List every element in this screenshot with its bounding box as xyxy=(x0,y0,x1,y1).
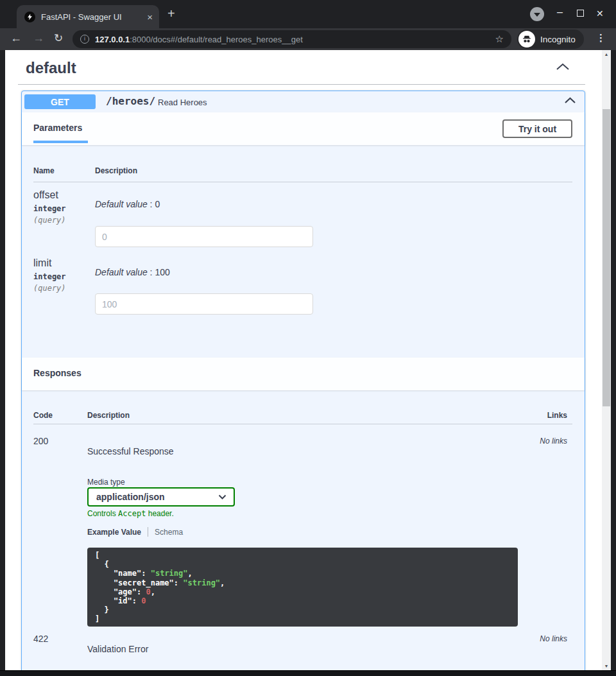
new-tab-button[interactable]: + xyxy=(167,6,175,21)
page-scrollbar[interactable]: ▲ ▼ xyxy=(602,50,611,670)
table-divider xyxy=(33,182,572,182)
swagger-page: default GET /heroes/ Read Heroes Paramet… xyxy=(5,50,602,670)
tab-example-value[interactable]: Example Value xyxy=(87,528,141,537)
media-type-label: Media type xyxy=(87,478,125,487)
tab-close-icon[interactable]: × xyxy=(147,12,153,22)
media-type-value: application/json xyxy=(96,492,165,502)
section-divider xyxy=(18,84,585,85)
forward-button[interactable]: → xyxy=(33,31,44,45)
table-divider xyxy=(33,424,572,424)
param-in: (query) xyxy=(33,284,66,293)
tab-separator xyxy=(148,527,148,537)
accept-note-prefix: Controls xyxy=(87,509,118,518)
default-value: : 100 xyxy=(148,267,170,277)
chevron-down-icon xyxy=(218,494,227,499)
response-code-422: 422 xyxy=(33,634,48,644)
incognito-icon xyxy=(518,31,535,48)
parameters-title: Parameters xyxy=(33,123,82,133)
responses-title: Responses xyxy=(33,368,81,378)
parameters-active-underline xyxy=(33,141,88,143)
response-code-200: 200 xyxy=(33,436,48,446)
scroll-up-arrow-icon[interactable]: ▲ xyxy=(602,52,611,56)
responses-header: Responses xyxy=(22,358,585,390)
param-default: Default value : 0 xyxy=(95,199,160,209)
incognito-badge: Incognito xyxy=(517,30,584,49)
opblock-get-heroes: GET /heroes/ Read Heroes Parameters Try … xyxy=(21,91,585,670)
browser-menu-kebab-button[interactable]: ⋮ xyxy=(596,32,606,44)
tab-title: FastAPI - Swagger UI xyxy=(41,12,141,22)
param-default: Default value : 100 xyxy=(95,267,170,277)
param-type: integer xyxy=(33,204,66,213)
media-type-select[interactable]: application/json xyxy=(87,487,235,507)
url-host: 127.0.0.1 xyxy=(95,35,130,44)
back-button[interactable]: ← xyxy=(10,31,22,45)
reload-button[interactable]: ↻ xyxy=(54,31,63,45)
default-value-label: Default value xyxy=(95,199,148,209)
offset-input[interactable] xyxy=(95,226,313,247)
site-info-icon[interactable]: i xyxy=(80,35,89,44)
accept-note-suffix: header. xyxy=(146,509,173,518)
window-bottom-frame xyxy=(0,670,616,676)
scrollbar-thumb[interactable] xyxy=(603,109,610,406)
bookmark-star-icon[interactable]: ☆ xyxy=(495,33,504,45)
try-it-out-button[interactable]: Try it out xyxy=(502,119,572,138)
accept-note-code: Accept xyxy=(118,509,146,518)
param-name-offset: offset xyxy=(33,189,58,201)
endpoint-path[interactable]: /heroes/ xyxy=(106,95,155,107)
browser-tab[interactable]: FastAPI - Swagger UI × xyxy=(17,5,159,28)
example-schema-tabs: Example Value Schema xyxy=(87,527,183,537)
incognito-label: Incognito xyxy=(540,35,576,44)
fastapi-favicon-icon xyxy=(24,12,35,22)
col-description: Description xyxy=(87,411,130,420)
url-text[interactable]: 127.0.0.1:8000/docs#/default/read_heroes… xyxy=(95,35,490,44)
address-bar[interactable]: i 127.0.0.1:8000/docs#/default/read_hero… xyxy=(73,30,511,48)
response-description: Validation Error xyxy=(87,644,148,654)
limit-input[interactable] xyxy=(95,293,313,315)
chevron-down-icon xyxy=(534,13,540,17)
window-close-button[interactable]: ✕ xyxy=(596,8,604,19)
col-name: Name xyxy=(33,166,55,175)
col-code: Code xyxy=(33,411,53,420)
section-title: default xyxy=(26,59,76,77)
default-value-label: Default value xyxy=(95,267,148,277)
browser-menu-circle-button[interactable] xyxy=(530,7,544,21)
tab-strip: FastAPI - Swagger UI × + – ✕ xyxy=(0,0,616,28)
endpoint-collapse-button[interactable] xyxy=(564,97,576,104)
tab-schema[interactable]: Schema xyxy=(155,528,183,537)
endpoint-summary: Read Heroes xyxy=(158,98,207,107)
param-in: (query) xyxy=(33,216,66,225)
response-links: No links xyxy=(540,634,567,643)
section-collapse-button[interactable] xyxy=(556,63,570,71)
param-name-limit: limit xyxy=(33,257,51,269)
accept-header-note: Controls Accept header. xyxy=(87,509,174,518)
scroll-down-arrow-icon[interactable]: ▼ xyxy=(602,664,611,668)
param-type: integer xyxy=(33,272,66,281)
parameters-header: Parameters Try it out xyxy=(22,112,585,145)
response-links: No links xyxy=(540,437,567,446)
window-minimize-button[interactable]: – xyxy=(557,6,563,18)
window-maximize-button[interactable] xyxy=(577,10,584,17)
response-description: Successful Response xyxy=(87,446,174,456)
example-code-block: [ { "name": "string", "secret_name": "st… xyxy=(87,548,518,627)
method-badge: GET xyxy=(24,94,96,109)
col-links: Links xyxy=(547,411,567,420)
url-path: :8000/docs#/default/read_heroes_heroes__… xyxy=(130,35,303,44)
col-description: Description xyxy=(95,166,137,175)
default-value: : 0 xyxy=(148,199,160,209)
